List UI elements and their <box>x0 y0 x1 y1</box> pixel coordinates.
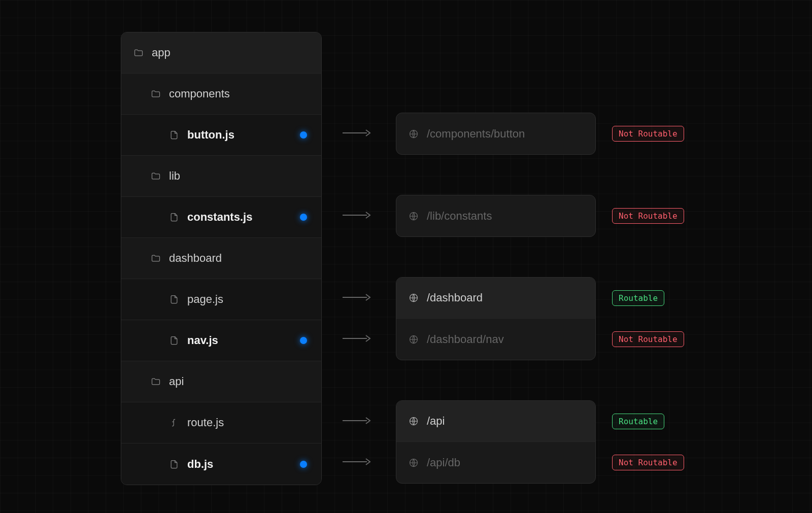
arrow-icon <box>341 128 373 138</box>
arrow-icon <box>341 416 373 426</box>
arrow-icon <box>341 292 373 302</box>
route-box: /dashboard /dashboard/nav <box>396 277 596 360</box>
file-label: constants.js <box>187 211 252 224</box>
file-icon <box>169 294 179 304</box>
tree-root: app <box>121 32 321 74</box>
tree-folder-dashboard: dashboard <box>121 238 321 279</box>
badge-not-routable: Not Routable <box>612 455 684 470</box>
route-row: /dashboard/nav <box>396 319 595 360</box>
tree-file-button: button.js <box>121 115 321 156</box>
colocated-dot <box>300 337 307 344</box>
badge-routable: Routable <box>612 414 664 429</box>
route-path: /dashboard/nav <box>427 333 504 346</box>
route-path: /components/button <box>427 127 525 141</box>
tree-folder-api: api <box>121 361 321 402</box>
folder-icon <box>133 48 144 58</box>
route-path: /api/db <box>427 456 460 469</box>
tree-folder-lib: lib <box>121 156 321 197</box>
colocated-dot <box>300 214 307 221</box>
file-label: page.js <box>187 293 223 306</box>
colocated-dot <box>300 461 307 468</box>
diagram-canvas: app components button.js lib constants.j… <box>0 0 812 513</box>
route-row: /components/button <box>396 113 595 154</box>
tree-file-route: route.js <box>121 402 321 443</box>
route-path: /lib/constants <box>427 210 492 223</box>
globe-icon <box>409 458 419 468</box>
route-path: /api <box>427 415 445 428</box>
arrow-icon <box>341 210 373 220</box>
file-icon <box>169 212 179 222</box>
globe-icon <box>409 211 419 221</box>
tree-root-label: app <box>152 46 171 59</box>
badge-not-routable: Not Routable <box>612 126 684 142</box>
folder-icon <box>151 89 161 99</box>
folder-label: api <box>169 375 184 388</box>
globe-icon <box>409 334 419 345</box>
folder-label: lib <box>169 169 180 183</box>
tree-file-nav: nav.js <box>121 320 321 361</box>
route-row: /dashboard <box>396 278 595 319</box>
route-path: /dashboard <box>427 291 483 304</box>
file-label: db.js <box>187 458 213 471</box>
route-row: /api <box>396 401 595 442</box>
route-box: /lib/constants <box>396 195 596 237</box>
tree-folder-components: components <box>121 74 321 115</box>
file-label: button.js <box>187 128 234 142</box>
folder-icon <box>151 171 161 181</box>
globe-icon <box>409 416 419 426</box>
arrow-icon <box>341 333 373 344</box>
colocated-dot <box>300 131 307 139</box>
file-label: route.js <box>187 416 224 429</box>
file-icon <box>169 459 179 469</box>
badge-routable: Routable <box>612 290 664 306</box>
tree-file-constants: constants.js <box>121 197 321 238</box>
badge-not-routable: Not Routable <box>612 331 684 347</box>
folder-label: dashboard <box>169 252 222 265</box>
tree-file-db: db.js <box>121 443 321 485</box>
folder-icon <box>151 377 161 387</box>
route-row: /api/db <box>396 442 595 483</box>
route-box: /components/button <box>396 113 596 155</box>
file-tree: app components button.js lib constants.j… <box>121 32 322 485</box>
file-icon <box>169 130 179 140</box>
function-icon <box>169 418 179 428</box>
file-icon <box>169 335 179 346</box>
route-row: /lib/constants <box>396 195 595 236</box>
arrow-icon <box>341 457 373 467</box>
globe-icon <box>409 129 419 139</box>
folder-label: components <box>169 87 230 100</box>
folder-icon <box>151 253 161 263</box>
tree-file-page: page.js <box>121 279 321 320</box>
file-label: nav.js <box>187 334 218 347</box>
badge-not-routable: Not Routable <box>612 208 684 224</box>
globe-icon <box>409 293 419 303</box>
route-box: /api /api/db <box>396 400 596 484</box>
